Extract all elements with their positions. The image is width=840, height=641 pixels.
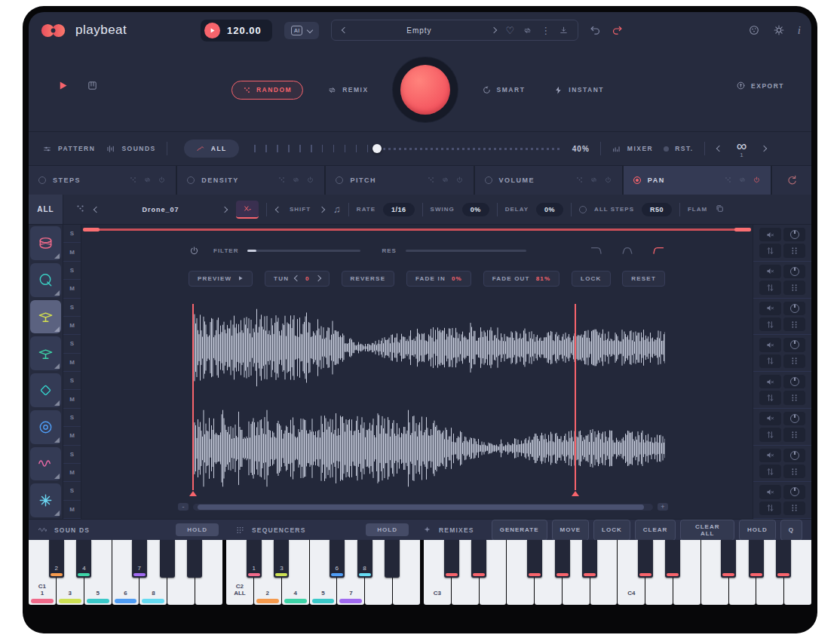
track-3-pan-knob[interactable] (783, 302, 805, 315)
pattern-length-next-button[interactable] (760, 145, 768, 152)
tab-sounds[interactable]: SOUNDS (106, 144, 155, 154)
rate-value[interactable]: 1/16 (383, 203, 415, 216)
track-3-shift-arrows-button[interactable] (759, 317, 781, 331)
filter-slider[interactable] (247, 250, 360, 252)
black-key[interactable] (444, 540, 459, 578)
main-randomize-button-face[interactable] (400, 65, 450, 115)
waveform-left-channel[interactable] (189, 307, 665, 388)
loop-icon[interactable] (590, 173, 598, 187)
track-8-mute-button[interactable]: M (63, 501, 81, 519)
sample-dice-icon[interactable] (75, 203, 85, 216)
dice-icon[interactable] (724, 173, 732, 187)
reset-sample-button[interactable]: RESET (622, 271, 665, 287)
black-key[interactable] (385, 540, 400, 578)
track-1-shift-arrows-button[interactable] (759, 244, 781, 257)
track-7-shift-arrows-button[interactable] (759, 465, 781, 478)
track-8-drag-grip[interactable] (783, 501, 805, 515)
undo-icon[interactable] (589, 24, 602, 37)
dice-icon[interactable] (427, 173, 435, 187)
preview-button[interactable]: PREVIEW (189, 271, 253, 287)
tab-radio[interactable] (633, 176, 641, 184)
redo-icon[interactable] (611, 24, 624, 37)
track-3-solo-button[interactable]: S (63, 299, 81, 317)
track-8-star-button[interactable] (30, 483, 61, 517)
loop-icon[interactable] (441, 173, 449, 187)
track-4-shift-arrows-button[interactable] (759, 354, 781, 368)
loop-icon[interactable] (292, 173, 300, 187)
black-key[interactable] (555, 540, 570, 578)
preset-name[interactable]: Empty (357, 26, 481, 35)
all-toggle-button[interactable]: ALL (184, 140, 239, 158)
duplicate-icon[interactable] (715, 203, 725, 216)
track-8-solo-button[interactable]: S (63, 482, 81, 500)
tab-radio[interactable] (38, 176, 46, 184)
track-1-drag-grip[interactable] (783, 244, 805, 257)
zoom-out-button[interactable]: - (178, 503, 189, 511)
loop-icon[interactable] (738, 173, 746, 187)
info-icon[interactable]: i (798, 24, 801, 37)
scroll-thumb[interactable] (198, 505, 644, 510)
q-button[interactable]: Q (780, 520, 802, 541)
track-8-mute-speaker-button[interactable] (759, 485, 781, 498)
move-button[interactable]: MOVE (552, 520, 590, 541)
track-5-solo-button[interactable]: S (63, 372, 81, 390)
zoom-in-button[interactable]: + (658, 503, 668, 511)
refresh-all-button[interactable] (772, 166, 811, 195)
track-4-mute-speaker-button[interactable] (759, 338, 781, 351)
track-5-pan-knob[interactable] (783, 375, 805, 388)
track-1-mute-speaker-button[interactable] (759, 228, 781, 241)
track-2-pan-knob[interactable] (783, 265, 805, 278)
waveform-right-channel[interactable] (189, 408, 665, 489)
range-handle-left[interactable] (83, 228, 100, 232)
track-7-pan-knob[interactable] (783, 449, 805, 462)
param-tab-pitch[interactable]: PITCH (326, 166, 473, 195)
black-key[interactable]: 1 (247, 540, 262, 578)
track-6-mute-speaker-button[interactable] (759, 412, 781, 425)
slider-thumb[interactable] (372, 144, 382, 153)
pattern-length-prev-button[interactable] (716, 145, 723, 152)
track-6-solo-button[interactable]: S (63, 409, 81, 427)
random-button[interactable]: RANDOM (231, 81, 303, 100)
preset-menu-kebab-icon[interactable]: ⋮ (541, 26, 550, 35)
track-7-solo-button[interactable]: S (63, 446, 81, 464)
hold-button[interactable]: HOLD (739, 520, 776, 541)
reverse-button[interactable]: REVERSE (342, 271, 395, 287)
fade-out-control[interactable]: FADE OUT 81% (483, 271, 560, 287)
track-4-solo-button[interactable]: S (63, 335, 81, 353)
fade-in-control[interactable]: FADE IN 0% (406, 271, 471, 287)
power-icon[interactable] (604, 173, 612, 187)
transport-play-icon[interactable] (57, 80, 69, 91)
randomize-amount-slider[interactable] (254, 143, 562, 154)
shift-right-button[interactable] (318, 206, 326, 213)
dice-icon[interactable] (575, 173, 584, 187)
preset-save-icon[interactable] (559, 26, 569, 35)
track-5-mute-button[interactable]: M (63, 390, 81, 408)
track-6-shift-arrows-button[interactable] (759, 428, 781, 441)
sample-next-button[interactable] (221, 206, 228, 213)
start-marker[interactable] (192, 304, 194, 490)
all-steps-value[interactable]: R50 (642, 203, 672, 216)
dice-icon[interactable] (129, 173, 137, 187)
preset-prev-button[interactable] (341, 26, 348, 34)
black-key[interactable] (721, 540, 736, 578)
black-key[interactable]: 8 (357, 540, 372, 578)
tune-down-button[interactable] (294, 275, 300, 281)
track-1-pan-knob[interactable] (783, 228, 805, 241)
scroll-track[interactable] (193, 504, 653, 511)
black-key[interactable]: 2 (49, 540, 64, 578)
lowpass-icon[interactable] (590, 245, 605, 256)
sample-name[interactable]: Drone_07 (108, 206, 213, 213)
track-7-wave-button[interactable] (30, 447, 61, 481)
loop-range-bar[interactable] (83, 228, 751, 232)
generate-button[interactable]: GENERATE (492, 520, 547, 541)
track-2-mute-button[interactable]: M (63, 280, 81, 298)
sample-prev-button[interactable] (93, 206, 100, 213)
dice-icon[interactable] (277, 173, 286, 187)
param-tab-density[interactable]: DENSITY (177, 166, 324, 195)
track-7-mute-speaker-button[interactable] (759, 449, 781, 462)
all-tracks-cell[interactable]: ALL (29, 195, 63, 224)
highpass-icon[interactable] (650, 245, 665, 256)
track-4-drag-grip[interactable] (783, 354, 805, 368)
mixer-button[interactable]: MIXER (612, 144, 653, 154)
track-1-mute-button[interactable]: M (63, 243, 81, 261)
